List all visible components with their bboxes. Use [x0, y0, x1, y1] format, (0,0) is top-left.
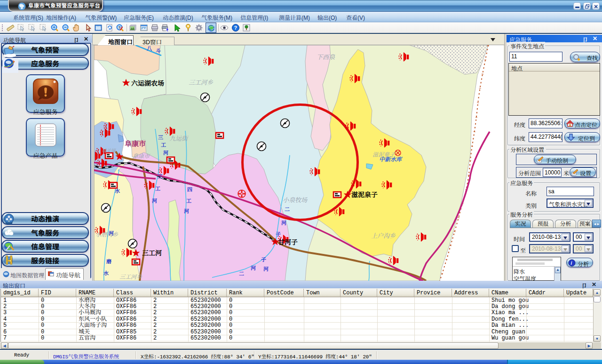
svg-text:水: 水 [103, 269, 109, 277]
svg-text:河: 河 [109, 229, 114, 237]
svg-text:工: 工 [161, 141, 166, 148]
svg-text:水: 水 [115, 187, 120, 194]
svg-text:四: 四 [187, 185, 192, 193]
svg-text:i: i [571, 261, 572, 266]
svg-text:八: 八 [147, 45, 152, 52]
svg-text:子: 子 [276, 230, 281, 237]
svg-text:三工河乡: 三工河乡 [119, 272, 143, 280]
svg-text:阜康市: 阜康市 [125, 138, 146, 148]
svg-text:小泉牧场: 小泉牧场 [283, 195, 308, 204]
svg-text:三工河: 三工河 [142, 248, 162, 257]
svg-text:滋泥泉子: 滋泥泉子 [351, 190, 378, 199]
svg-text:河: 河 [152, 197, 157, 204]
svg-text:九运街: 九运街 [169, 134, 189, 142]
svg-text:阜康市: 阜康市 [133, 151, 150, 159]
svg-text:六运湖农场: 六运湖农场 [131, 78, 164, 87]
svg-text:河: 河 [163, 149, 168, 156]
svg-text:三: 三 [158, 172, 163, 180]
svg-text:上户沟乡: 上户沟乡 [371, 231, 396, 240]
svg-text:三: 三 [158, 133, 163, 141]
svg-text:中新水库: 中新水库 [379, 155, 403, 163]
svg-text:三工河乡: 三工河乡 [189, 78, 214, 87]
svg-text:河: 河 [251, 264, 256, 271]
svg-text:?: ? [234, 25, 238, 31]
svg-text:磨: 磨 [106, 257, 111, 265]
svg-text:工: 工 [186, 197, 191, 204]
svg-text:河: 河 [263, 265, 269, 272]
svg-text:二: 二 [239, 269, 244, 277]
svg-text:斗: 斗 [156, 47, 161, 54]
svg-text:城关镇: 城关镇 [102, 147, 117, 154]
svg-text:河: 河 [184, 207, 189, 214]
svg-text:甘河子: 甘河子 [278, 237, 298, 246]
svg-text:河: 河 [281, 219, 286, 226]
svg-text:二: 二 [285, 205, 290, 213]
svg-text:子: 子 [261, 255, 266, 263]
svg-text:下西泉: 下西泉 [317, 52, 335, 61]
svg-text:工: 工 [155, 184, 160, 192]
svg-text:水磨沟乡: 水磨沟乡 [95, 230, 119, 238]
